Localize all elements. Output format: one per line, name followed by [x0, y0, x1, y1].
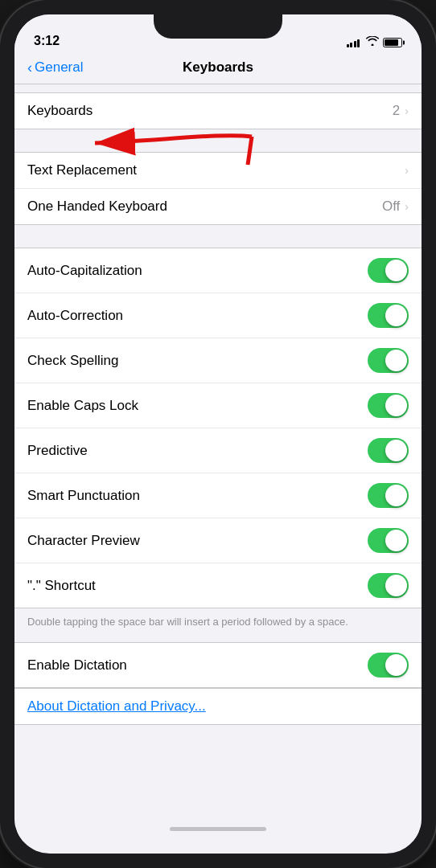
- predictive-toggle[interactable]: [368, 438, 409, 463]
- enable-caps-lock-row[interactable]: Enable Caps Lock: [14, 383, 422, 428]
- shortcut-row[interactable]: "." Shortcut: [14, 563, 422, 608]
- back-chevron-icon: ‹: [27, 59, 32, 76]
- enable-dictation-toggle[interactable]: [368, 653, 409, 678]
- nav-bar: ‹ General Keyboards: [14, 53, 422, 84]
- back-label[interactable]: General: [35, 59, 83, 76]
- text-replacement-row[interactable]: Text Replacement ›: [14, 153, 422, 189]
- text-replacement-right: ›: [405, 164, 409, 177]
- one-handed-keyboard-right: Off ›: [382, 199, 409, 215]
- shortcut-label: "." Shortcut: [27, 578, 96, 594]
- auto-capitalization-toggle[interactable]: [368, 258, 409, 283]
- phone-screen: 3:12: [14, 14, 422, 854]
- check-spelling-toggle[interactable]: [368, 348, 409, 373]
- keyboards-count: 2: [393, 103, 400, 119]
- auto-correction-toggle[interactable]: [368, 303, 409, 328]
- keyboards-row[interactable]: Keyboards 2 ›: [14, 93, 422, 129]
- text-replacement-chevron-icon: ›: [405, 164, 409, 177]
- shortcut-note: Double tapping the space bar will insert…: [14, 608, 422, 642]
- smart-punctuation-toggle[interactable]: [368, 483, 409, 508]
- enable-dictation-label: Enable Dictation: [27, 657, 127, 674]
- toggles-section: Auto-Capitalization Auto-Correction Chec…: [14, 248, 422, 608]
- back-button[interactable]: ‹ General: [27, 59, 83, 76]
- check-spelling-row[interactable]: Check Spelling: [14, 338, 422, 383]
- keyboards-right: 2 ›: [393, 103, 409, 119]
- character-preview-toggle[interactable]: [368, 528, 409, 553]
- about-dictation-link[interactable]: About Dictation and Privacy...: [27, 698, 206, 714]
- keyboards-section: Keyboards 2 ›: [14, 92, 422, 129]
- auto-capitalization-label: Auto-Capitalization: [27, 263, 142, 279]
- auto-correction-label: Auto-Correction: [27, 308, 123, 324]
- dictation-section: Enable Dictation: [14, 642, 422, 688]
- one-handed-keyboard-chevron-icon: ›: [405, 200, 409, 213]
- auto-correction-row[interactable]: Auto-Correction: [14, 293, 422, 338]
- notch: [154, 14, 282, 39]
- enable-caps-lock-toggle[interactable]: [368, 393, 409, 418]
- content-area: Keyboards 2 ›: [14, 84, 422, 841]
- text-replacement-label: Text Replacement: [27, 162, 137, 178]
- wifi-icon: [366, 36, 379, 48]
- phone-frame: 3:12: [0, 0, 436, 868]
- shortcut-toggle[interactable]: [368, 573, 409, 598]
- smart-punctuation-label: Smart Punctuation: [27, 488, 140, 504]
- keyboards-label: Keyboards: [27, 103, 93, 119]
- check-spelling-label: Check Spelling: [27, 353, 118, 369]
- enable-caps-lock-label: Enable Caps Lock: [27, 398, 138, 414]
- predictive-row[interactable]: Predictive: [14, 428, 422, 473]
- nav-settings-section: Text Replacement › One Handed Keyboard O…: [14, 152, 422, 225]
- predictive-label: Predictive: [27, 443, 88, 459]
- auto-capitalization-row[interactable]: Auto-Capitalization: [14, 248, 422, 293]
- one-handed-keyboard-value: Off: [382, 199, 400, 215]
- character-preview-row[interactable]: Character Preview: [14, 518, 422, 563]
- signal-bars-icon: [347, 38, 360, 47]
- one-handed-keyboard-label: One Handed Keyboard: [27, 199, 167, 215]
- page-title: Keyboards: [183, 59, 253, 76]
- status-time: 3:12: [34, 34, 60, 48]
- one-handed-keyboard-row[interactable]: One Handed Keyboard Off ›: [14, 189, 422, 224]
- smart-punctuation-row[interactable]: Smart Punctuation: [14, 473, 422, 518]
- character-preview-label: Character Preview: [27, 533, 140, 549]
- home-indicator: [170, 827, 266, 831]
- keyboards-chevron-icon: ›: [405, 104, 409, 117]
- status-icons: [347, 36, 403, 48]
- about-dictation-row[interactable]: About Dictation and Privacy...: [14, 688, 422, 725]
- battery-icon: [383, 38, 402, 47]
- enable-dictation-row[interactable]: Enable Dictation: [14, 643, 422, 687]
